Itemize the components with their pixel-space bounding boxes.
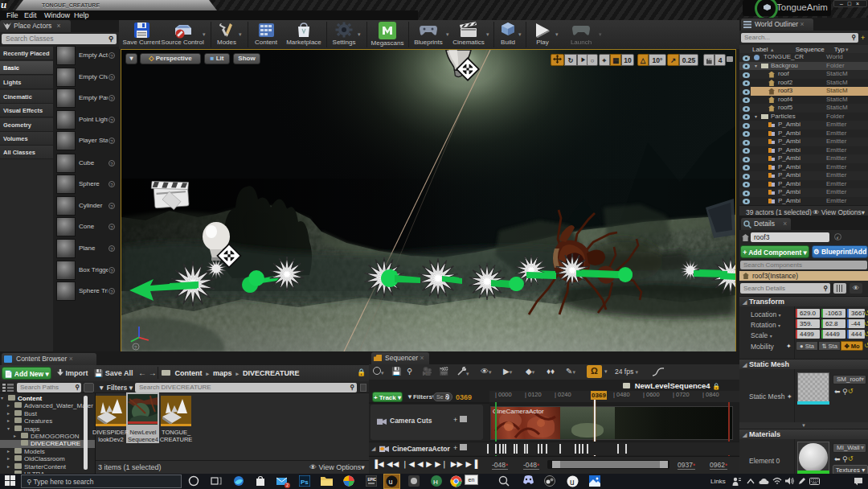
svg-text:H: H xyxy=(433,479,438,486)
svg-text:EPIC: EPIC xyxy=(368,478,377,482)
svg-text:u: u xyxy=(389,478,393,486)
svg-text:Ps: Ps xyxy=(301,479,309,486)
svg-text:u: u xyxy=(570,478,575,487)
